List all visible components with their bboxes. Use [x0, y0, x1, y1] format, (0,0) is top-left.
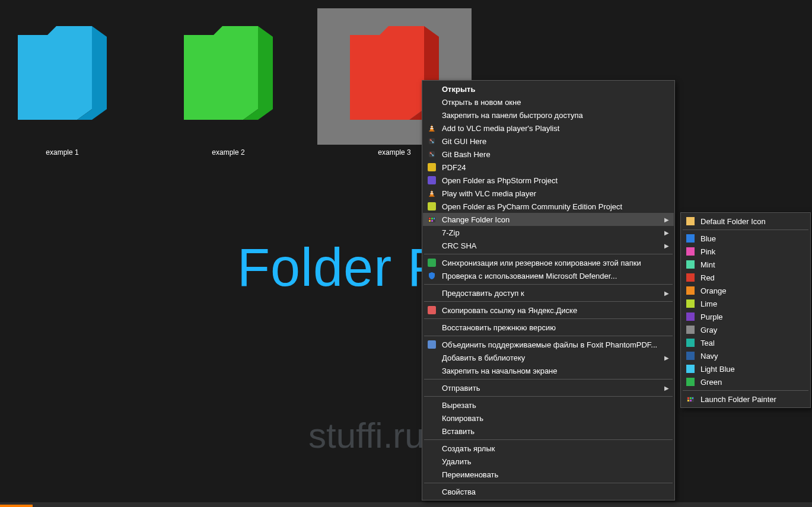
- menu-item[interactable]: Play with VLC media player: [423, 187, 674, 200]
- menu-separator: [424, 379, 673, 380]
- color-menu-item[interactable]: Gray: [682, 323, 810, 336]
- color-menu-item[interactable]: Pink: [682, 245, 810, 258]
- color-menu-item[interactable]: Green: [682, 375, 810, 388]
- menu-item[interactable]: CRC SHA▶: [423, 239, 674, 252]
- submenu-arrow-icon: ▶: [664, 229, 669, 236]
- menu-item-label: Открыть в новом окне: [438, 98, 657, 107]
- menu-item-label: Создать ярлык: [438, 444, 657, 453]
- svg-rect-3: [430, 128, 433, 129]
- menu-item-label: CRC SHA: [438, 241, 657, 250]
- menu-item-label: Open Folder as PhpStorm Project: [438, 176, 657, 185]
- menu-item[interactable]: Добавить в библиотеку▶: [423, 351, 674, 364]
- color-menu-item[interactable]: Navy: [682, 349, 810, 362]
- svg-rect-11: [429, 196, 435, 197]
- svg-rect-12: [431, 192, 433, 192]
- menu-item[interactable]: Open Folder as PyCharm Community Edition…: [423, 200, 674, 213]
- menu-separator: [683, 229, 808, 230]
- git-icon: [425, 150, 438, 158]
- menu-item-label: Добавить в библиотеку: [438, 353, 657, 362]
- color-menu-item[interactable]: Purple: [682, 310, 810, 323]
- menu-item[interactable]: PDF24: [423, 161, 674, 174]
- svg-rect-21: [687, 397, 689, 399]
- menu-item[interactable]: Восстановить прежнюю версию: [423, 321, 674, 334]
- menu-item[interactable]: Копировать: [423, 412, 674, 425]
- menu-item[interactable]: Объединить поддерживаемые файлы в Foxit …: [423, 338, 674, 351]
- phpstorm-icon: [425, 176, 438, 184]
- menu-item-label: Lime: [697, 299, 793, 308]
- menu-item-label: Синхронизация или резервное копирование …: [438, 259, 657, 267]
- menu-item[interactable]: Вырезать: [423, 398, 674, 412]
- yadisk-icon: [425, 306, 438, 314]
- color-menu-item[interactable]: Mint: [682, 258, 810, 271]
- menu-item-label: Add to VLC media player's Playlist: [438, 124, 657, 133]
- menu-item-label: Purple: [697, 313, 793, 321]
- menu-item[interactable]: Отправить▶: [423, 381, 674, 394]
- color-swatch-icon: [684, 273, 697, 282]
- svg-rect-18: [429, 220, 431, 222]
- menu-item[interactable]: Свойства: [423, 485, 674, 498]
- menu-item[interactable]: Проверка с использованием Microsoft Defe…: [423, 269, 674, 282]
- menu-item[interactable]: Скопировать ссылку на Яндекс.Диске: [423, 304, 674, 317]
- folder-item[interactable]: example 2: [151, 8, 305, 157]
- menu-item[interactable]: Предоставить доступ к▶: [423, 286, 674, 299]
- svg-marker-0: [430, 125, 434, 131]
- menu-item-label: Git GUI Here: [438, 137, 657, 146]
- menu-item-label: Объединить поддерживаемые файлы в Foxit …: [438, 340, 657, 349]
- color-menu-item[interactable]: Blue: [682, 232, 810, 245]
- color-swatch-icon: [684, 247, 697, 256]
- menu-item[interactable]: Open Folder as PhpStorm Project: [423, 174, 674, 187]
- painter-icon: [684, 395, 697, 403]
- color-menu-item[interactable]: Lime: [682, 297, 810, 310]
- submenu-arrow-icon: ▶: [664, 355, 669, 361]
- menu-item-label: Teal: [697, 339, 793, 347]
- menu-item[interactable]: Git GUI Here: [423, 135, 674, 148]
- menu-item[interactable]: Git Bash Here: [423, 148, 674, 161]
- watermark-site: stuffi.ru: [308, 415, 425, 456]
- context-submenu-colors: Default Folder IconBluePinkMintRedOrange…: [680, 212, 811, 408]
- menu-separator: [424, 483, 673, 483]
- svg-rect-25: [690, 400, 692, 401]
- svg-marker-10: [430, 190, 434, 196]
- menu-item-label: Orange: [697, 286, 793, 295]
- folder-item[interactable]: example 1: [0, 8, 139, 157]
- color-menu-item[interactable]: Light Blue: [682, 362, 810, 375]
- taskbar[interactable]: [0, 502, 812, 507]
- menu-item[interactable]: 7-Zip▶: [423, 226, 674, 239]
- folder-label: example 2: [151, 148, 305, 157]
- color-swatch-icon: [684, 260, 697, 269]
- menu-item[interactable]: Закрепить на начальном экране: [423, 364, 674, 377]
- color-swatch-icon: [684, 234, 697, 243]
- menu-item[interactable]: Переименовать: [423, 468, 674, 481]
- menu-item-label: Скопировать ссылку на Яндекс.Диске: [438, 306, 657, 315]
- svg-rect-19: [431, 220, 433, 222]
- submenu-arrow-icon: ▶: [664, 290, 669, 296]
- color-menu-item[interactable]: Launch Folder Painter: [682, 393, 810, 406]
- color-swatch-icon: [684, 217, 697, 225]
- menu-item[interactable]: Закрепить на панели быстрого доступа: [423, 109, 674, 122]
- color-swatch-icon: [684, 286, 697, 295]
- folder-label: example 1: [0, 148, 139, 157]
- menu-item[interactable]: Создать ярлык: [423, 442, 674, 455]
- pdf24-icon: [425, 163, 438, 171]
- menu-item-label: Удалить: [438, 457, 657, 466]
- color-menu-item[interactable]: Red: [682, 271, 810, 284]
- color-menu-item[interactable]: Default Folder Icon: [682, 215, 810, 228]
- menu-item-label: Закрепить на панели быстрого доступа: [438, 111, 657, 120]
- menu-item[interactable]: Синхронизация или резервное копирование …: [423, 256, 674, 269]
- menu-item[interactable]: Add to VLC media player's Playlist: [423, 122, 674, 135]
- menu-item[interactable]: Открыть: [423, 82, 674, 95]
- color-menu-item[interactable]: Teal: [682, 336, 810, 349]
- menu-item[interactable]: Открыть в новом окне: [423, 95, 674, 109]
- menu-item[interactable]: Удалить: [423, 455, 674, 468]
- menu-item-label: Change Folder Icon: [438, 215, 657, 224]
- menu-item-label: Default Folder Icon: [697, 217, 793, 226]
- menu-item[interactable]: Change Folder Icon▶: [423, 213, 674, 226]
- menu-item[interactable]: Вставить: [423, 425, 674, 438]
- menu-item-label: Открыть: [438, 85, 657, 94]
- color-menu-item[interactable]: Orange: [682, 284, 810, 297]
- menu-item-label: Git Bash Here: [438, 150, 657, 159]
- menu-item-label: Red: [697, 273, 793, 282]
- menu-item-label: Play with VLC media player: [438, 189, 657, 198]
- gdrive-icon: [425, 259, 438, 267]
- menu-item-label: Light Blue: [697, 365, 793, 374]
